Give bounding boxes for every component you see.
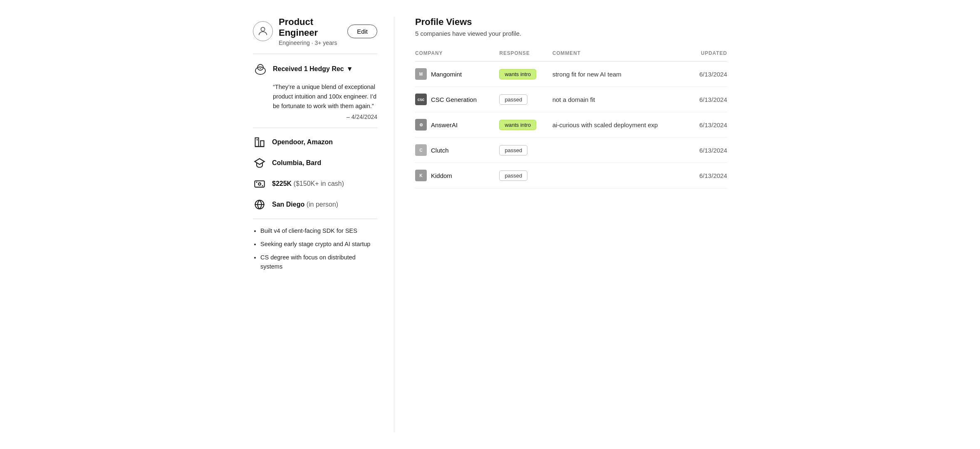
table-row: csc CSC Generation passednot a domain fi…: [415, 87, 727, 112]
table-row: K Kiddom passed6/13/2024: [415, 163, 727, 188]
company-name: CSC Generation: [431, 96, 477, 103]
company-logo: ⚙: [415, 119, 427, 131]
table-header-row: COMPANY RESPONSE COMMENT UPDATED: [415, 47, 727, 62]
profile-views-table: COMPANY RESPONSE COMMENT UPDATED M Mango…: [415, 47, 727, 188]
svg-point-3: [259, 67, 260, 67]
svg-point-10: [258, 183, 261, 185]
svg-point-1: [255, 67, 265, 74]
divider-mid: [253, 128, 377, 128]
company-cell: csc CSC Generation: [415, 87, 499, 112]
companies-row: Opendoor, Amazon: [253, 136, 377, 149]
globe-icon: [253, 198, 266, 211]
profile-header: Product Engineer Engineering · 3+ years …: [253, 17, 377, 46]
comment-cell: not a domain fit: [552, 87, 692, 112]
profile-title-block: Product Engineer Engineering · 3+ years: [279, 17, 347, 46]
company-cell: K Kiddom: [415, 163, 499, 188]
company-name: AnswerAI: [431, 121, 458, 128]
money-icon: [253, 177, 266, 190]
company-cell-inner: M Mangomint: [415, 68, 494, 80]
company-name: Kiddom: [431, 172, 452, 179]
svg-point-4: [261, 67, 262, 68]
education-text: Columbia, Bard: [272, 159, 321, 167]
bullet-list: Built v4 of client-facing SDK for SES Se…: [253, 227, 377, 271]
comment-cell: strong fit for new AI team: [552, 62, 692, 87]
company-cell: ⚙ AnswerAI: [415, 112, 499, 138]
col-company: COMPANY: [415, 47, 499, 62]
col-response: RESPONSE: [499, 47, 552, 62]
updated-cell: 6/13/2024: [692, 87, 727, 112]
salary-row: $225K ($150K+ in cash): [253, 177, 377, 190]
left-panel: Product Engineer Engineering · 3+ years …: [253, 17, 394, 432]
updated-cell: 6/13/2024: [692, 163, 727, 188]
divider-bottom: [253, 219, 377, 219]
updated-cell: 6/13/2024: [692, 138, 727, 163]
rec-section: Received 1 Hedgy Rec ▼: [253, 62, 377, 76]
bullet-item: Seeking early stage crypto and AI startu…: [260, 240, 377, 249]
right-panel: Profile Views 5 companies have viewed yo…: [394, 17, 727, 432]
location-text: San Diego (in person): [272, 201, 338, 208]
svg-rect-6: [260, 141, 264, 147]
building-icon: [253, 136, 266, 149]
company-cell-inner: ⚙ AnswerAI: [415, 119, 494, 131]
location-row: San Diego (in person): [253, 198, 377, 211]
company-cell: C Clutch: [415, 138, 499, 163]
company-logo: K: [415, 170, 427, 181]
svg-rect-9: [255, 181, 264, 187]
company-cell: M Mangomint: [415, 62, 499, 87]
bullet-item: Built v4 of client-facing SDK for SES: [260, 227, 377, 236]
hedgy-icon: [253, 62, 268, 76]
divider-top: [253, 54, 377, 54]
table-row: C Clutch passed6/13/2024: [415, 138, 727, 163]
response-cell: passed: [499, 163, 552, 188]
company-logo: csc: [415, 94, 427, 105]
company-name: Mangomint: [431, 71, 462, 78]
response-cell: passed: [499, 87, 552, 112]
svg-point-0: [261, 27, 265, 31]
chevron-down-icon[interactable]: ▼: [346, 65, 353, 73]
response-cell: wants intro: [499, 112, 552, 138]
col-updated: UPDATED: [692, 47, 727, 62]
updated-cell: 6/13/2024: [692, 62, 727, 87]
comment-cell: ai-curious with scaled deployment exp: [552, 112, 692, 138]
response-badge: passed: [499, 170, 527, 181]
avatar: [253, 21, 273, 41]
bullet-item: CS degree with focus on distributed syst…: [260, 253, 377, 271]
profile-views-subtitle: 5 companies have viewed your profile.: [415, 30, 727, 37]
comment-cell: [552, 163, 692, 188]
education-icon: [253, 156, 266, 170]
companies-text: Opendoor, Amazon: [272, 138, 333, 146]
company-cell-inner: csc CSC Generation: [415, 94, 494, 105]
svg-rect-5: [255, 138, 259, 147]
company-cell-inner: C Clutch: [415, 144, 494, 156]
comment-cell: [552, 138, 692, 163]
response-badge: passed: [499, 145, 527, 155]
profile-title: Product Engineer: [279, 17, 347, 39]
rec-title: Received 1 Hedgy Rec ▼: [273, 65, 353, 73]
table-row: ⚙ AnswerAI wants introai-curious with sc…: [415, 112, 727, 138]
company-cell-inner: K Kiddom: [415, 170, 494, 181]
table-row: M Mangomint wants introstrong fit for ne…: [415, 62, 727, 87]
profile-header-left: Product Engineer Engineering · 3+ years: [253, 17, 347, 46]
education-row: Columbia, Bard: [253, 156, 377, 170]
company-logo: M: [415, 68, 427, 80]
company-logo: C: [415, 144, 427, 156]
profile-subtitle: Engineering · 3+ years: [279, 39, 347, 46]
company-name: Clutch: [431, 147, 449, 154]
profile-views-title: Profile Views: [415, 17, 727, 27]
edit-button[interactable]: Edit: [347, 25, 377, 38]
rec-quote: “They’re a unique blend of exceptional p…: [273, 82, 377, 111]
salary-text: $225K ($150K+ in cash): [272, 180, 344, 187]
rec-date: – 4/24/2024: [253, 113, 377, 120]
response-cell: passed: [499, 138, 552, 163]
response-badge: passed: [499, 94, 527, 105]
col-comment: COMMENT: [552, 47, 692, 62]
response-badge: wants intro: [499, 69, 536, 79]
updated-cell: 6/13/2024: [692, 112, 727, 138]
response-cell: wants intro: [499, 62, 552, 87]
response-badge: wants intro: [499, 120, 536, 130]
